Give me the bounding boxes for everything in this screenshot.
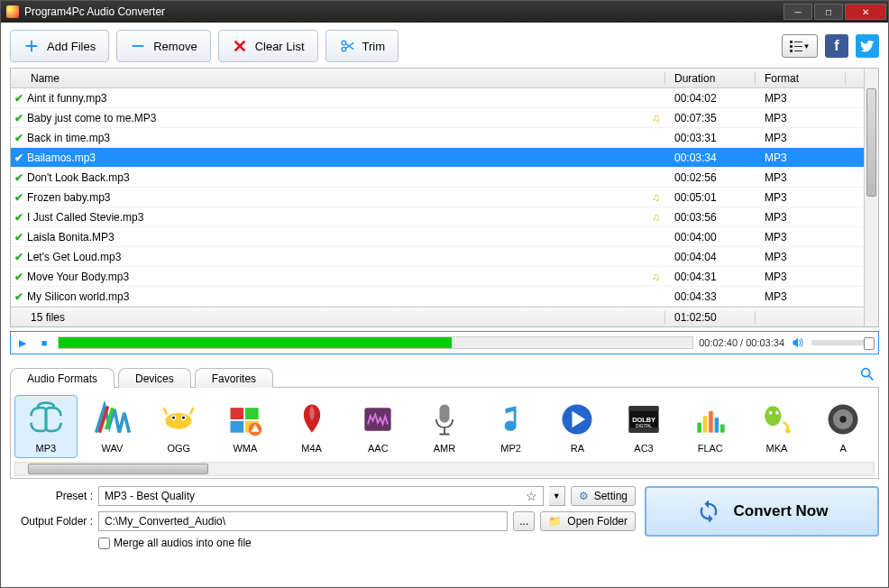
format-a[interactable]: A [811,395,875,458]
format-label: FLAC [698,443,723,454]
row-duration: 00:04:33 [665,290,756,303]
format-label: OGG [167,443,190,454]
remove-button[interactable]: Remove [116,30,210,62]
table-row[interactable]: ✔ My Silicon world.mp3 00:04:33 MP3 [11,287,864,307]
clear-list-button[interactable]: Clear List [218,30,318,62]
table-row[interactable]: ✔ Laisla Bonita.MP3 00:04:00 MP3 [11,227,864,247]
table-row[interactable]: ✔ Let's Get Loud.mp3 00:04:04 MP3 [11,247,864,267]
svg-rect-24 [629,406,659,411]
merge-checkbox[interactable] [98,537,110,549]
table-row[interactable]: ✔ Move Your Body.mp3♫ 00:04:31 MP3 [11,267,864,287]
formats-panel: MP3 WAV OGG WMA M4A AAC AMR MP2 RADOLBYD… [10,387,879,479]
header-duration[interactable]: Duration [665,72,756,85]
svg-rect-8 [794,51,802,51]
format-amr[interactable]: AMR [413,395,476,458]
format-label: WAV [102,443,124,454]
preset-dropdown-arrow[interactable]: ▼ [549,486,565,506]
close-button[interactable]: ✕ [845,4,886,20]
add-files-button[interactable]: Add Files [10,30,109,62]
format-mp2[interactable]: MP2 [480,395,543,458]
vertical-scrollbar[interactable] [864,69,878,326]
setting-button[interactable]: ⚙ Setting [571,486,636,506]
row-duration: 00:05:01 [665,191,756,204]
row-name: Back in time.mp3 [27,132,665,144]
stop-button[interactable]: ■ [36,335,52,351]
svg-rect-3 [790,41,793,43]
format-label: AAC [368,443,389,454]
svg-point-1 [342,41,346,45]
mka-icon [756,400,796,439]
svg-text:DOLBY: DOLBY [632,416,655,424]
table-row[interactable]: ✔ Bailamos.mp3 00:03:34 MP3 [11,148,864,168]
header-format[interactable]: Format [756,72,846,85]
list-icon [790,40,802,52]
table-row[interactable]: ✔ Frozen baby.mp3♫ 00:05:01 MP3 [11,188,864,207]
format-m4a[interactable]: M4A [280,395,344,458]
header-name[interactable]: Name [11,72,665,85]
summary-count: 15 files [11,311,665,324]
tab-audio-formats[interactable]: Audio Formats [10,368,115,388]
search-icon[interactable] [859,366,875,387]
star-icon[interactable]: ☆ [526,489,537,503]
svg-point-9 [862,369,870,377]
check-icon: ✔ [11,152,27,164]
trim-button[interactable]: Trim [325,30,399,62]
table-row[interactable]: ✔ I Just Called Stevie.mp3♫ 00:03:56 MP3 [11,207,864,227]
check-icon: ✔ [11,191,27,204]
view-mode-button[interactable]: ▼ [782,34,818,58]
volume-icon[interactable] [790,335,806,351]
format-ra[interactable]: RA [546,395,609,458]
open-folder-button[interactable]: 📁 Open Folder [540,511,636,531]
volume-slider[interactable] [811,340,875,345]
format-ogg[interactable]: OGG [147,395,210,458]
minimize-button[interactable]: ─ [784,4,812,20]
horizontal-scrollbar[interactable] [14,462,875,476]
row-name: Don't Look Back.mp3 [27,171,665,184]
format-wav[interactable]: WAV [81,395,144,458]
maximize-button[interactable]: □ [814,4,843,20]
table-row[interactable]: ✔ Baby just come to me.MP3♫ 00:07:35 MP3 [11,108,864,128]
table-row[interactable]: ✔ Aint it funny.mp3 00:04:02 MP3 [11,88,864,108]
format-label: M4A [301,443,322,454]
row-format: MP3 [756,92,846,105]
ra-icon [557,400,597,439]
scrollbar-thumb[interactable] [866,88,876,197]
refresh-icon [696,499,721,524]
main-toolbar: Add Files Remove Clear List Trim ▼ f [1,23,888,68]
format-mka[interactable]: MKA [746,395,809,458]
twitter-button[interactable] [856,34,879,58]
convert-now-button[interactable]: Convert Now [645,486,879,537]
format-label: AMR [434,443,455,454]
format-label: MP2 [500,443,521,454]
hscroll-thumb[interactable] [28,464,208,474]
progress-bar[interactable] [58,336,693,349]
table-row[interactable]: ✔ Back in time.mp3 00:03:31 MP3 [11,128,864,148]
ogg-icon [159,400,198,439]
svg-rect-16 [245,408,259,419]
row-format: MP3 [756,152,846,164]
format-row: MP3 WAV OGG WMA M4A AAC AMR MP2 RADOLBYD… [14,395,875,458]
output-folder-field[interactable]: C:\My_Converted_Audio\ [98,511,508,531]
format-flac[interactable]: FLAC [679,395,742,458]
tab-favorites[interactable]: Favorites [195,368,273,388]
format-wma[interactable]: WMA [214,395,277,458]
tab-devices[interactable]: Devices [118,368,191,388]
svg-point-34 [769,411,773,415]
facebook-button[interactable]: f [825,34,848,58]
browse-button[interactable]: ... [513,511,535,531]
a-icon [823,400,863,439]
preset-field[interactable]: MP3 - Best Quality ☆ [98,486,544,506]
row-duration: 00:04:00 [665,231,756,243]
minus-icon [130,38,146,54]
format-label: AC3 [634,443,653,454]
play-button[interactable]: ▶ [14,335,31,351]
row-duration: 00:03:56 [665,211,756,224]
merge-label: Merge all audios into one file [114,537,252,549]
table-row[interactable]: ✔ Don't Look Back.mp3 00:02:56 MP3 [11,168,864,188]
format-aac[interactable]: AAC [346,395,409,458]
player-bar: ▶ ■ 00:02:40 / 00:03:34 [10,331,879,354]
row-name: Aint it funny.mp3 [27,92,665,105]
row-format: MP3 [756,132,846,144]
format-ac3[interactable]: DOLBYDIGITAL AC3 [612,395,675,458]
format-mp3[interactable]: MP3 [14,395,78,458]
